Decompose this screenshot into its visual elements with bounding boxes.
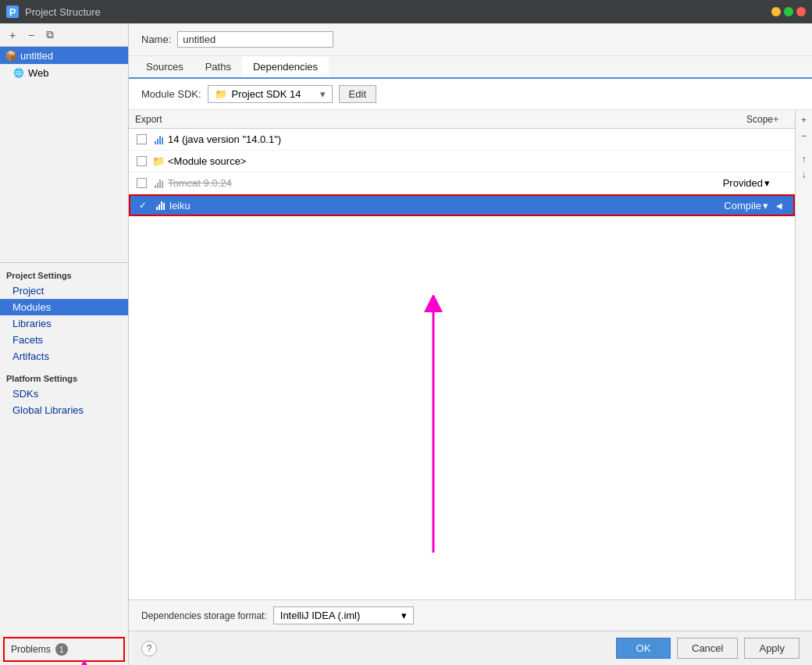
storage-select[interactable]: IntelliJ IDEA (.iml) ▾ (273, 606, 414, 624)
dep-add-button[interactable]: + (797, 113, 811, 127)
sidebar-item-facets[interactable]: Facets (0, 332, 128, 348)
sidebar-item-artifacts[interactable]: Artifacts (0, 348, 128, 365)
add-module-button[interactable]: + (5, 27, 20, 43)
module-icon: 📦 (5, 49, 17, 62)
window-controls (771, 7, 806, 16)
dep-sidebar-toolbar: + − ↑ ↓ (795, 110, 812, 599)
sdk-label: Module SDK: (141, 88, 201, 100)
dep-scope-tomcat: Provided ▾ (703, 177, 773, 189)
dependencies-table-body: 14 (java version "14.0.1") 📁 (129, 129, 795, 599)
dep-checkbox-tomcat[interactable] (135, 177, 148, 190)
problems-section[interactable]: Problems 1 (3, 637, 125, 662)
app-icon: P (6, 5, 19, 18)
name-input[interactable] (177, 31, 333, 48)
dep-lib-icon-tomcat (152, 177, 165, 190)
dep-row-java14[interactable]: 14 (java version "14.0.1") (129, 129, 795, 151)
module-tree: 📦 untitled 🌐 Web (0, 47, 128, 262)
dep-scope-compile[interactable]: Compile ▾ (701, 200, 768, 212)
sidebar-item-modules[interactable]: Modules (0, 299, 128, 315)
scope-header: Scope (703, 114, 773, 125)
edit-sdk-button[interactable]: Edit (339, 85, 376, 103)
sidebar-item-global-libraries[interactable]: Global Libraries (0, 402, 128, 418)
copy-module-button[interactable]: ⧉ (42, 27, 58, 43)
sidebar: + − ⧉ 📦 untitled 🌐 Web Project Settings … (0, 23, 129, 665)
storage-label: Dependencies storage format: (141, 610, 267, 621)
sdk-value: Project SDK 14 (232, 88, 301, 100)
tab-sources[interactable]: Sources (135, 56, 194, 79)
dependencies-table-wrapper: Export Scope + (129, 110, 812, 599)
window-title: Project Structure (25, 6, 101, 18)
dep-row-tomcat[interactable]: Tomcat 9.0.24 Provided ▾ (129, 172, 795, 194)
ok-button[interactable]: OK (616, 638, 671, 659)
dep-name-tomcat: Tomcat 9.0.24 (168, 177, 703, 189)
dep-scope-provided[interactable]: Provided ▾ (703, 177, 770, 189)
export-header: Export (135, 114, 174, 125)
dep-move-up-button[interactable]: ↑ (797, 152, 811, 166)
storage-value: IntelliJ IDEA (.iml) (280, 610, 361, 621)
title-bar: P Project Structure (0, 0, 812, 23)
tabs-row: Sources Paths Dependencies (129, 56, 812, 79)
problems-badge: 1 (55, 643, 68, 656)
sdk-select[interactable]: 📁 Project SDK 14 ▾ (208, 85, 333, 103)
dep-folder-icon-module-source: 📁 (152, 155, 165, 168)
help-button[interactable]: ? (141, 641, 157, 656)
sidebar-item-project[interactable]: Project (0, 283, 128, 299)
platform-settings-header: Platform Settings (0, 369, 128, 386)
checkmark-icon: ✓ (139, 200, 147, 211)
tree-item-web[interactable]: 🌐 Web (0, 64, 128, 81)
dep-checkbox-leiku[interactable]: ✓ (137, 199, 149, 212)
dep-checkbox-module-source[interactable] (135, 155, 148, 168)
tree-item-untitled[interactable]: 📦 untitled (0, 47, 128, 64)
dep-scope-leiku: Compile ▾ (701, 200, 771, 212)
storage-row: Dependencies storage format: IntelliJ ID… (129, 599, 812, 631)
dep-name-java14: 14 (java version "14.0.1") (168, 133, 703, 145)
name-row: Name: (129, 23, 812, 56)
problems-label: Problems (11, 644, 51, 655)
minimize-button[interactable] (771, 7, 781, 16)
sdk-folder-icon: 📁 (215, 88, 227, 100)
dep-lib-icon-java14 (152, 133, 165, 146)
add-dep-button[interactable]: + (773, 113, 779, 125)
tab-dependencies[interactable]: Dependencies (242, 56, 329, 79)
dep-row-module-source[interactable]: 📁 <Module source> (129, 151, 795, 172)
scope-arrow-leiku: ▾ (763, 200, 768, 212)
sdk-row: Module SDK: 📁 Project SDK 14 ▾ Edit (129, 79, 812, 110)
footer: ? OK Cancel Apply (129, 631, 812, 665)
dep-remove-button[interactable]: − (797, 129, 811, 143)
storage-dropdown-arrow: ▾ (401, 610, 407, 621)
cancel-button[interactable]: Cancel (677, 638, 738, 659)
dep-lib-icon-leiku (154, 199, 166, 212)
content-area: Name: Sources Paths Dependencies Module … (129, 23, 812, 665)
sdk-dropdown-arrow: ▾ (320, 88, 326, 100)
sidebar-item-sdks[interactable]: SDKs (0, 386, 128, 402)
dependencies-content: Module SDK: 📁 Project SDK 14 ▾ Edit Expo… (129, 79, 812, 631)
tab-paths[interactable]: Paths (194, 56, 242, 79)
scope-arrow-tomcat: ▾ (764, 177, 770, 189)
dep-row-leiku[interactable]: ✓ leiku (129, 194, 795, 216)
dep-checkbox-java14[interactable] (135, 133, 148, 146)
project-settings-header: Project Settings (0, 266, 128, 283)
web-icon: 🌐 (12, 66, 25, 79)
dep-name-module-source: <Module source> (168, 155, 703, 167)
dep-name-leiku: leiku (169, 200, 701, 212)
apply-button[interactable]: Apply (744, 638, 800, 659)
remove-module-button[interactable]: − (23, 27, 39, 43)
sidebar-toolbar: + − ⧉ (0, 23, 128, 47)
dependencies-table-header: Export Scope + (129, 110, 795, 129)
maximize-button[interactable] (784, 7, 793, 16)
dep-move-down-button[interactable]: ↓ (797, 168, 811, 182)
sidebar-item-libraries[interactable]: Libraries (0, 315, 128, 332)
close-button[interactable] (796, 7, 806, 16)
name-label: Name: (141, 34, 171, 45)
tree-item-label: untitled (20, 50, 53, 62)
tree-item-label: Web (28, 67, 49, 79)
